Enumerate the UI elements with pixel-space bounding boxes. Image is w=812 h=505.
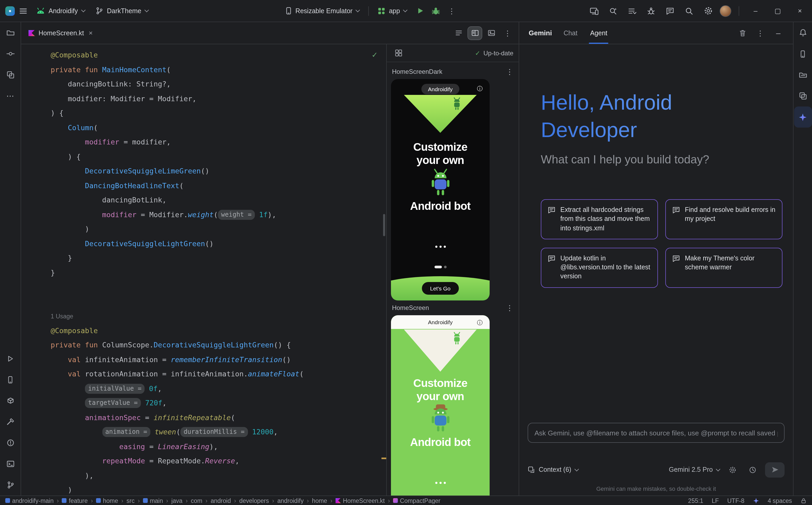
preview-menu-icon[interactable]: ⋮ [506,304,513,312]
editor-tab-bar: HomeScreen.kt × ⋮ [21,22,518,44]
preview-app-bar: Androidify [391,315,490,329]
run-tool-icon[interactable] [1,348,19,369]
structure-tool-icon[interactable] [1,64,19,86]
window-maximize-button[interactable]: ▢ [769,3,787,19]
context-selector[interactable]: Context (6) [528,466,578,473]
build-tool-icon[interactable] [1,411,19,432]
run-config-selector[interactable]: app [373,4,412,18]
tab-close-icon[interactable]: × [89,29,93,37]
hide-panel-icon[interactable]: – [771,26,786,40]
device-explorer-icon[interactable] [794,64,812,86]
running-devices-tool-icon[interactable] [1,369,19,390]
tab-agent[interactable]: Agent [589,22,608,44]
lets-go-button[interactable]: Let's Go [422,282,459,295]
device-selector[interactable]: Resizable Emulator [281,4,364,18]
window-close-button[interactable]: × [791,3,809,19]
caret-position[interactable]: 255:1 [688,497,703,504]
breadcrumb-item[interactable]: home [312,497,327,504]
history-icon[interactable] [745,462,760,477]
code-line: animationSpec = infiniteRepeatable( [51,410,386,425]
breadcrumb-separator: › [307,497,309,504]
debug-button[interactable] [429,3,443,18]
preview-name: HomeScreen [392,304,429,312]
branch-selector[interactable]: DarkTheme [91,4,153,18]
more-tools-icon[interactable]: ⋯ [1,86,19,107]
breadcrumb-item[interactable]: androidify [277,497,304,504]
suggestion-card[interactable]: Make my Theme's color scheme warmer [665,248,783,288]
window-minimize-button[interactable]: – [746,3,765,19]
breadcrumb-separator: › [91,497,93,504]
line-separator[interactable]: LF [712,497,719,504]
studio-bot-icon[interactable] [644,3,659,18]
version-control-tool-icon[interactable] [1,474,19,496]
task-queue-icon[interactable] [625,3,640,18]
terminal-tool-icon[interactable] [1,453,19,474]
project-tool-icon[interactable] [1,22,19,43]
settings-icon[interactable] [701,3,715,18]
gemini-input-box[interactable] [528,423,785,443]
tab-chat[interactable]: Chat [562,22,579,44]
preview-headline-bottom: Android bot [401,436,480,449]
breadcrumb-item[interactable]: java [171,497,182,504]
gemini-icon[interactable] [794,107,812,128]
breadcrumb-item[interactable]: main [143,497,163,504]
project-selector[interactable]: Androidify [32,4,90,18]
design-view-icon[interactable] [484,27,498,39]
run-button[interactable] [413,3,427,18]
gemini-prompt-input[interactable] [535,429,778,437]
indent-setting[interactable]: 4 spaces [768,497,792,504]
running-devices-icon[interactable] [587,3,601,18]
breadcrumb-item[interactable]: com [191,497,202,504]
feedback-icon[interactable] [663,3,678,18]
gemini-more-icon[interactable]: ⋮ [753,26,768,40]
breadcrumb-item[interactable]: HomeScreen.kt [336,497,385,504]
device-manager-icon[interactable] [794,43,812,64]
main-menu-icon[interactable] [16,3,31,18]
gemini-body: Hello, Android Developer What can I help… [519,44,793,496]
editor-more-icon[interactable]: ⋮ [501,27,514,39]
code-editor[interactable]: @Composableprivate fun MainHomeContent( … [21,44,387,496]
breadcrumb-item[interactable]: developers [239,497,269,504]
suggestion-card[interactable]: Extract all hardcoded strings from this … [541,199,658,239]
breadcrumb-item[interactable]: feature [62,497,88,504]
send-button[interactable] [765,462,785,477]
delete-conversation-icon[interactable] [735,26,750,40]
breadcrumb-item[interactable]: src [127,497,135,504]
suggestion-card[interactable]: Find and resolve build errors in my proj… [665,199,783,239]
chevron-down-icon [81,8,86,12]
run-more-icon[interactable]: ⋮ [444,3,459,18]
search-icon[interactable] [682,3,696,18]
preview-scroll-area[interactable]: HomeScreenDark ⋮ [387,62,518,496]
context-icon [528,466,535,473]
ai-status-icon[interactable] [753,497,759,504]
suggestion-card[interactable]: Update kotlin in @libs.version.toml to t… [541,248,658,288]
gemini-greeting: Hello, Android Developer [541,89,793,143]
breadcrumb-item[interactable]: CompactPager [393,497,440,504]
preview-card-homescreendark[interactable]: Androidify ⓘ Customize your own [391,79,490,301]
split-view-icon[interactable] [468,27,482,39]
chevron-down-icon [716,467,720,471]
notifications-icon[interactable] [794,22,812,43]
model-selector[interactable]: Gemini 2.5 Pro [669,466,720,473]
code-view-icon[interactable] [452,27,465,39]
dependencies-tool-icon[interactable] [1,390,19,411]
problems-tool-icon[interactable] [1,432,19,453]
gemini-settings-icon[interactable] [725,462,740,477]
tab-homescreen-kt[interactable]: HomeScreen.kt × [21,22,99,44]
preview-card-homescreen[interactable]: Androidify ⓘ Customize your own [391,315,490,496]
commit-tool-icon[interactable] [1,43,19,64]
file-encoding[interactable]: UTF-8 [727,497,744,504]
warning-stripe-mark[interactable] [381,458,386,459]
breadcrumb-item[interactable]: home [96,497,118,504]
editor-scrollbar[interactable] [383,214,385,236]
gallery-view-icon[interactable] [392,47,405,59]
layout-inspector-icon[interactable] [794,86,812,107]
breadcrumb-item[interactable]: androidify-main [5,497,53,504]
gemini-code-review-icon[interactable] [606,3,620,18]
avatar[interactable] [720,5,731,17]
preview-menu-icon[interactable]: ⋮ [506,67,513,76]
readonly-lock-icon[interactable] [800,497,807,504]
breadcrumb-item[interactable]: android [211,497,231,504]
titlebar: Androidify DarkTheme Resizable Emulator [0,0,812,22]
inspections-ok-icon[interactable]: ✓ [372,51,378,59]
